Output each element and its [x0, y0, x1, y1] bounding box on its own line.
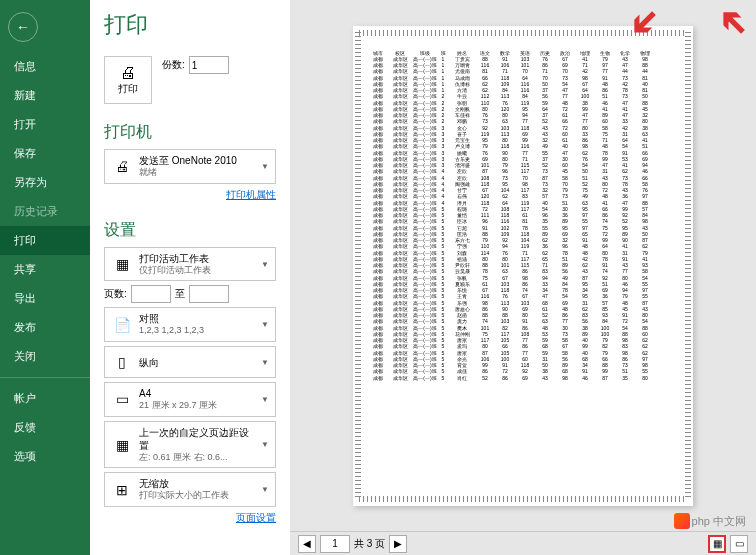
scale-main: 无缩放 [139, 477, 255, 490]
printer-dropdown[interactable]: 🖨 发送至 OneNote 2010 就绪 ▼ [104, 149, 276, 184]
pages-to-label: 至 [175, 287, 185, 301]
orientation-icon: ▯ [111, 351, 133, 373]
nav-item[interactable]: 历史记录 [0, 197, 90, 226]
nav-item[interactable]: 选项 [0, 442, 90, 471]
zoom-to-page-button[interactable]: ▭ [730, 535, 748, 553]
chevron-down-icon: ▼ [261, 485, 269, 494]
collate-icon: 📄 [111, 314, 133, 336]
scale-icon: ⊞ [111, 479, 133, 501]
sheets-sub: 仅打印活动工作表 [139, 265, 255, 277]
collate-main: 对照 [139, 312, 255, 325]
sheets-icon: ▦ [111, 253, 133, 275]
printer-heading: 打印机 [104, 122, 276, 143]
prev-page-button[interactable]: ◀ [298, 535, 316, 553]
nav-item[interactable]: 反馈 [0, 413, 90, 442]
settings-heading: 设置 [104, 220, 276, 241]
margins-dropdown[interactable]: ▦ 上一次的自定义页边距设置 左: 0.61 厘米 右: 0.6... ▼ [104, 421, 276, 469]
nav-separator [0, 377, 90, 378]
pages-label: 页数: [104, 287, 127, 301]
chevron-down-icon: ▼ [261, 320, 269, 329]
orientation-dropdown[interactable]: ▯ 纵向 ▼ [104, 346, 276, 378]
chevron-down-icon: ▼ [261, 358, 269, 367]
margins-main: 上一次的自定义页边距设置 [139, 426, 255, 452]
nav-item[interactable]: 另存为 [0, 168, 90, 197]
nav-item[interactable]: 信息 [0, 52, 90, 81]
orient-main: 纵向 [139, 356, 255, 369]
back-button[interactable]: ← [8, 12, 38, 42]
backstage-sidebar: ← 信息新建打开保存另存为历史记录打印共享导出发布关闭 帐户反馈选项 [0, 0, 90, 555]
print-button[interactable]: 🖨 打印 [104, 56, 152, 104]
next-page-button[interactable]: ▶ [389, 535, 407, 553]
preview-area: 城市校区班级班姓名语文数学英语历史政治地理生物化学物理成都成华区高一(一)班1丁… [290, 0, 756, 531]
margins-sub: 左: 0.61 厘米 右: 0.6... [139, 452, 255, 464]
page-total-label: 共 3 页 [354, 537, 385, 551]
pages-to-input[interactable] [189, 285, 229, 303]
copies-label: 份数: [162, 58, 185, 72]
preview-pane: ➔ ➔ 城市校区班级班姓名语文数学英语历史政治地理生物化学物理成都成华区高一(一… [290, 0, 756, 555]
scale-dropdown[interactable]: ⊞ 无缩放 打印实际大小的工作表 ▼ [104, 472, 276, 507]
print-sheets-dropdown[interactable]: ▦ 打印活动工作表 仅打印活动工作表 ▼ [104, 247, 276, 282]
watermark-text: php 中文网 [692, 514, 746, 529]
printer-icon: 🖨 [120, 64, 136, 82]
paper-main: A4 [139, 387, 255, 400]
preview-data-table: 城市校区班级班姓名语文数学英语历史政治地理生物化学物理成都成华区高一(一)班1丁… [369, 50, 677, 381]
ruler-right [685, 32, 691, 500]
printer-name: 发送至 OneNote 2010 [139, 154, 255, 167]
chevron-down-icon: ▼ [261, 260, 269, 269]
paper-icon: ▭ [111, 388, 133, 410]
nav-item[interactable]: 打开 [0, 110, 90, 139]
main-area: 打印 🖨 打印 份数: 打印机 🖨 发送至 OneNote 2010 就绪 ▼ … [90, 0, 756, 555]
page-number-input[interactable] [320, 535, 350, 553]
sheets-main: 打印活动工作表 [139, 252, 255, 265]
page-range-row: 页数: 至 [104, 285, 276, 303]
show-margins-button[interactable]: ▦ [708, 535, 726, 553]
nav-item[interactable]: 打印 [0, 226, 90, 255]
paper-sub: 21 厘米 x 29.7 厘米 [139, 400, 255, 412]
chevron-down-icon: ▼ [261, 395, 269, 404]
pages-from-input[interactable] [131, 285, 171, 303]
preview-footer: ◀ 共 3 页 ▶ ▦ ▭ [290, 531, 756, 555]
watermark: php 中文网 [674, 513, 746, 529]
page-setup-link[interactable]: 页面设置 [104, 511, 276, 525]
paper-dropdown[interactable]: ▭ A4 21 厘米 x 29.7 厘米 ▼ [104, 382, 276, 417]
nav-item[interactable]: 导出 [0, 284, 90, 313]
nav-item[interactable]: 关闭 [0, 342, 90, 371]
settings-pane: 打印 🖨 打印 份数: 打印机 🖨 发送至 OneNote 2010 就绪 ▼ … [90, 0, 290, 555]
collate-dropdown[interactable]: 📄 对照 1,2,3 1,2,3 1,2,3 ▼ [104, 307, 276, 342]
collate-sub: 1,2,3 1,2,3 1,2,3 [139, 325, 255, 337]
nav-item[interactable]: 新建 [0, 81, 90, 110]
nav-item[interactable]: 发布 [0, 313, 90, 342]
chevron-down-icon: ▼ [261, 162, 269, 171]
ruler-bottom [359, 496, 687, 502]
nav-item[interactable]: 帐户 [0, 384, 90, 413]
preview-page: 城市校区班级班姓名语文数学英语历史政治地理生物化学物理成都成华区高一(一)班1丁… [353, 26, 693, 506]
page-title: 打印 [104, 10, 276, 40]
printer-status-icon: 🖨 [111, 155, 133, 177]
print-button-label: 打印 [118, 82, 138, 96]
copies-input[interactable] [189, 56, 229, 74]
nav-list: 信息新建打开保存另存为历史记录打印共享导出发布关闭 [0, 52, 90, 371]
nav-item[interactable]: 保存 [0, 139, 90, 168]
ruler-left [355, 32, 361, 500]
chevron-down-icon: ▼ [261, 440, 269, 449]
scale-sub: 打印实际大小的工作表 [139, 490, 255, 502]
nav-list-2: 帐户反馈选项 [0, 384, 90, 471]
margins-icon: ▦ [111, 434, 133, 456]
nav-item[interactable]: 共享 [0, 255, 90, 284]
watermark-logo-icon [674, 513, 690, 529]
printer-status: 就绪 [139, 167, 255, 179]
printer-properties-link[interactable]: 打印机属性 [104, 188, 276, 202]
